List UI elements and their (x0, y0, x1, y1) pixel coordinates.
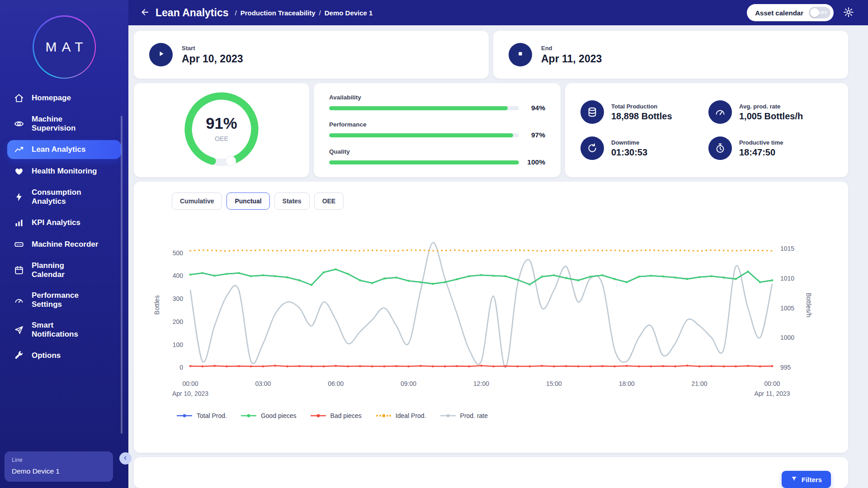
gauge-icon (14, 295, 24, 305)
sidebar-item-kpi-analytics[interactable]: KPI Analytics (7, 213, 121, 232)
main-content: Start Apr 10, 2023 End Apr 11, 2023 91%O… (128, 25, 868, 488)
end-text: End Apr 11, 2023 (541, 45, 602, 65)
sidebar-scrollbar[interactable] (121, 116, 123, 434)
filters-button[interactable]: Filters (782, 471, 831, 488)
progress-fill (329, 160, 519, 164)
refresh-icon (580, 136, 604, 160)
calendar-icon (14, 265, 24, 275)
sidebar-item-performance-settings[interactable]: Performance Settings (7, 286, 121, 314)
sidebar-item-lean-analytics[interactable]: Lean Analytics (7, 140, 121, 159)
metric-availability: Availability94% (329, 94, 545, 112)
breadcrumb-separator: / (319, 9, 321, 17)
back-button[interactable] (137, 6, 151, 19)
sidebar-item-homepage[interactable]: Homepage (7, 89, 121, 108)
asset-calendar-toggle[interactable]: Asset calendar OFF (747, 4, 834, 21)
sidebar-item-consumption-analytics[interactable]: Consumption Analytics (7, 183, 121, 211)
sidebar-item-machine-supervision[interactable]: Machine Supervision (7, 110, 121, 137)
metric-value: 94% (519, 104, 545, 112)
line-device-selector[interactable]: Line Demo Device 1 (5, 451, 113, 482)
bottom-card: Filters (134, 457, 848, 488)
stat-label: Downtime (611, 139, 647, 146)
legend-ideal-prod[interactable]: Ideal Prod. (375, 412, 426, 419)
sidebar-item-label: Smart Notifications (32, 321, 78, 339)
legend-bad-pieces[interactable]: Bad pieces (310, 412, 362, 419)
svg-text:400: 400 (173, 272, 184, 279)
legend-label: Good pieces (261, 412, 297, 419)
bar-chart-icon (14, 218, 24, 228)
legend-swatch (176, 413, 193, 418)
sidebar-item-label: Health Monitoring (32, 167, 97, 176)
tab-states[interactable]: States (274, 192, 310, 210)
tab-cumulative[interactable]: Cumulative (172, 192, 222, 210)
svg-text:12:00: 12:00 (473, 380, 489, 387)
svg-text:21:00: 21:00 (692, 380, 708, 387)
start-card: Start Apr 10, 2023 (134, 31, 489, 79)
legend-swatch (241, 413, 257, 418)
metric-quality: Quality100% (329, 148, 545, 166)
svg-text:09:00: 09:00 (401, 380, 416, 387)
stat-total-production: Total Production18,898 Bottles (580, 100, 705, 124)
breadcrumb-item-demo-device-1[interactable]: Demo Device 1 (325, 9, 373, 17)
legend-total-prod[interactable]: Total Prod. (176, 412, 227, 419)
toggle-switch[interactable]: OFF (809, 7, 830, 19)
start-date: Apr 10, 2023 (182, 53, 243, 65)
end-date: Apr 11, 2023 (541, 53, 602, 65)
sidebar-item-label: Planning Calendar (32, 261, 65, 279)
metric-label: Quality (329, 148, 545, 155)
filters-label: Filters (802, 476, 822, 483)
tab-punctual[interactable]: Punctual (226, 192, 269, 210)
stat-label: Avg. prod. rate (739, 103, 803, 110)
sidebar: MAT HomepageMachine SupervisionLean Anal… (0, 0, 128, 488)
sidebar-item-label: Machine Recorder (32, 240, 98, 249)
funnel-icon (791, 475, 797, 483)
end-label: End (541, 45, 602, 52)
svg-text:00:00: 00:00 (764, 380, 780, 387)
chart-tabs: CumulativePunctualStatesOEE (172, 192, 835, 210)
sidebar-item-label: Machine Supervision (32, 115, 75, 133)
sidebar-item-options[interactable]: Options (7, 346, 121, 365)
toggle-knob (810, 8, 819, 17)
sidebar-item-smart-notifications[interactable]: Smart Notifications (7, 316, 121, 343)
legend-good-pieces[interactable]: Good pieces (241, 412, 297, 419)
progress-track (329, 106, 519, 110)
svg-text:06:00: 06:00 (328, 380, 344, 387)
svg-text:00:00: 00:00 (182, 380, 198, 387)
svg-text:Apr 10, 2023: Apr 10, 2023 (172, 390, 208, 397)
legend-prod-rate[interactable]: Prod. rate (440, 412, 488, 419)
breadcrumb-separator: / (235, 9, 236, 17)
play-glyph (156, 49, 166, 61)
metric-bar-row: 97% (329, 131, 545, 139)
stop-glyph (515, 49, 525, 61)
sidebar-nav: HomepageMachine SupervisionLean Analytic… (0, 89, 128, 365)
stat-productive-time: Productive time18:47:50 (708, 136, 833, 160)
svg-text:995: 995 (780, 364, 791, 371)
legend-label: Prod. rate (460, 412, 488, 419)
svg-text:1000: 1000 (780, 334, 794, 341)
metric-performance: Performance97% (329, 121, 545, 139)
breadcrumb-item-production-traceability[interactable]: Production Traceability (241, 9, 316, 17)
stat-downtime: Downtime01:30:53 (580, 136, 705, 160)
sidebar-item-label: Performance Settings (32, 291, 79, 309)
progress-track (329, 133, 519, 137)
metric-bar-row: 100% (329, 158, 545, 166)
sidebar-collapse-button[interactable] (119, 452, 132, 465)
settings-button[interactable] (841, 5, 856, 20)
stats-card: Total Production18,898 BottlesAvg. prod.… (565, 83, 848, 177)
sidebar-item-health-monitoring[interactable]: Health Monitoring (7, 162, 121, 181)
eye-icon (14, 119, 24, 129)
sidebar-item-planning-calendar[interactable]: Planning Calendar (7, 257, 121, 284)
legend-swatch (440, 413, 456, 418)
start-text: Start Apr 10, 2023 (182, 45, 243, 65)
svg-text:03:00: 03:00 (255, 380, 271, 387)
speedometer-icon (708, 100, 732, 124)
sidebar-item-machine-recorder[interactable]: Machine Recorder (7, 235, 121, 254)
stop-icon (509, 43, 532, 66)
stat-label: Productive time (739, 139, 783, 146)
stat-value: 01:30:53 (611, 147, 647, 158)
recorder-icon (14, 239, 24, 249)
database-icon (580, 100, 604, 124)
legend-swatch (375, 413, 392, 418)
svg-text:18:00: 18:00 (619, 380, 635, 387)
tab-oee[interactable]: OEE (314, 192, 344, 210)
metric-value: 100% (519, 158, 545, 166)
